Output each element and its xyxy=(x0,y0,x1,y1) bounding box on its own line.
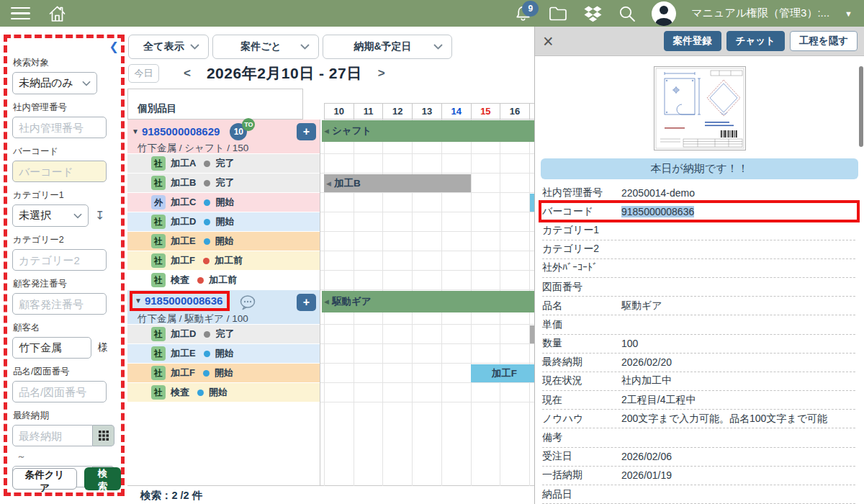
avatar[interactable] xyxy=(652,1,676,26)
gantt-area: ◀シャフト◀加工B◀駆動ギア加工F xyxy=(320,120,534,486)
clear-conditions-button[interactable]: 条件クリア xyxy=(12,468,77,490)
field-row: 受注日2026/02/06 xyxy=(542,448,855,467)
notifications-bell-icon[interactable]: 9 xyxy=(514,4,533,23)
process-row[interactable]: 社加工B完了 xyxy=(127,174,320,193)
process-status: 完了 xyxy=(215,328,234,341)
chat-button[interactable]: チャット xyxy=(726,31,785,51)
filter-date-mode[interactable]: 納期&予定日 xyxy=(323,35,452,59)
menu-icon[interactable] xyxy=(11,7,30,20)
process-name: 検査 xyxy=(171,386,189,399)
gantt-row xyxy=(320,271,534,290)
item-group-header[interactable]: ▼918500000862910TO+竹下金属 / シャフト / 150 xyxy=(127,120,320,154)
field-label: 社内管理番号 xyxy=(542,186,621,199)
item-drawing-no-input[interactable] xyxy=(12,381,107,402)
item-group-id[interactable]: 9185000008629 xyxy=(142,125,220,138)
process-row[interactable]: 社検査加工前 xyxy=(127,271,320,290)
process-row[interactable]: 社加工D完了 xyxy=(127,325,320,344)
today-button[interactable]: 今日 xyxy=(128,64,159,83)
folder-icon[interactable] xyxy=(548,5,568,22)
gantt-bar-加工B[interactable]: ◀加工B xyxy=(324,174,471,192)
process-row[interactable]: 社加工E開始 xyxy=(127,232,320,251)
search-result-count: 検索：2 /2 件 xyxy=(140,489,202,503)
continues-left-icon: ◀ xyxy=(326,180,331,187)
process-name: 加工D xyxy=(171,215,196,228)
search-button[interactable]: 検索 xyxy=(84,467,121,490)
process-tag: 社 xyxy=(151,176,166,190)
category1-select[interactable]: 未選択 xyxy=(12,204,89,227)
process-name: 加工F xyxy=(171,366,195,379)
process-status: 開始 xyxy=(215,215,234,228)
field-row: 図面番号 xyxy=(542,278,855,297)
item-group-header[interactable]: ▼9185000008636+竹下金属 / 駆動ギア / 100 xyxy=(127,290,320,325)
process-row[interactable]: 社加工D開始 xyxy=(127,212,320,232)
category2-input[interactable] xyxy=(12,249,107,271)
field-label: バーコード xyxy=(542,205,621,218)
calendar-icon[interactable] xyxy=(93,425,114,446)
home-icon[interactable] xyxy=(48,4,67,23)
final-due-label: 最終納期 xyxy=(13,410,117,422)
filter-display-mode[interactable]: 全て表示 xyxy=(128,35,209,59)
gantt-bar-label: シャフト xyxy=(332,125,372,138)
due-today-banner: 本日が納期です！！ xyxy=(541,158,858,179)
field-value: 2026/01/19 xyxy=(621,469,672,481)
field-value: 社内加工中 xyxy=(621,374,672,387)
date-range-label: 2026年2月10日 - 27日 xyxy=(207,63,362,84)
process-row[interactable]: 社加工E開始 xyxy=(127,344,320,364)
chevron-down-icon xyxy=(73,213,82,219)
close-icon[interactable]: × xyxy=(543,32,554,50)
process-row[interactable]: 社加工F開始 xyxy=(127,364,320,383)
field-label: 現在状況 xyxy=(542,374,621,387)
gantt-bar-加工F[interactable]: 加工F xyxy=(471,364,534,382)
process-name: 加工C xyxy=(171,196,196,209)
item-group-subtitle: 竹下金属 / シャフト / 150 xyxy=(132,142,315,155)
detail-header: × 案件登録 チャット 工程を隠す xyxy=(535,27,864,56)
process-row[interactable]: 社検査開始 xyxy=(127,383,320,402)
search-target-select[interactable]: 未納品のみ xyxy=(12,72,97,94)
next-period-icon[interactable]: > xyxy=(378,66,385,81)
internal-no-input[interactable] xyxy=(12,117,107,138)
field-label: 備考 xyxy=(542,431,621,444)
customer-name-input[interactable] xyxy=(12,337,91,359)
gantt-bar-label: 加工F xyxy=(492,367,517,380)
highlight-box: ▼9185000008636 xyxy=(130,291,230,311)
chevron-down-icon xyxy=(190,44,199,50)
collapse-group-icon[interactable]: ▼ xyxy=(132,127,139,135)
chevron-down-icon[interactable]: ▼ xyxy=(845,9,852,18)
process-row[interactable]: 外加工C開始 xyxy=(127,193,320,212)
collapse-panel-icon[interactable]: ❮ xyxy=(109,40,119,53)
day-header: 10111213141516 xyxy=(324,103,534,120)
user-menu-label[interactable]: マニュアル権限（管理3）:... xyxy=(691,6,829,20)
process-status: 開始 xyxy=(215,235,234,248)
final-due-from-input[interactable] xyxy=(12,425,93,446)
field-row: 備考 xyxy=(542,428,855,447)
prev-period-icon[interactable]: < xyxy=(184,66,191,81)
gantt-bar-駆動ギア[interactable]: ◀駆動ギア xyxy=(322,291,534,312)
register-project-button[interactable]: 案件登録 xyxy=(664,31,721,51)
barcode-input[interactable] xyxy=(12,161,107,182)
process-row[interactable]: 社加工A完了 xyxy=(127,154,320,174)
add-process-button[interactable]: + xyxy=(297,123,316,140)
field-row: ノウハウ200文字まで入力可能。品名100文字まで可能 xyxy=(542,410,855,428)
chat-bubble-icon[interactable] xyxy=(239,294,256,310)
search-icon[interactable] xyxy=(618,4,636,23)
item-group-id[interactable]: 9185000008636 xyxy=(145,294,222,307)
dropbox-icon[interactable] xyxy=(583,4,603,23)
field-row: バーコード9185000008636 xyxy=(542,202,855,221)
add-process-button[interactable]: + xyxy=(297,294,316,311)
customer-order-no-label: 顧客発注番号 xyxy=(13,278,117,290)
apply-down-icon[interactable]: ↧ xyxy=(95,210,104,222)
collapse-group-icon[interactable]: ▼ xyxy=(135,297,142,305)
process-name: 加工E xyxy=(171,347,196,360)
field-row: 現在状況社内加工中 xyxy=(542,372,855,391)
gantt-bar-シャフト[interactable]: ◀シャフト xyxy=(322,120,534,142)
process-name: 加工E xyxy=(171,235,196,248)
chevron-down-icon xyxy=(300,44,310,50)
drawing-thumbnail[interactable] xyxy=(654,66,746,150)
field-value: 2工程目/4工程中 xyxy=(621,394,696,407)
customer-order-no-input[interactable] xyxy=(12,293,107,315)
scrollbar[interactable] xyxy=(859,66,863,147)
hide-process-button[interactable]: 工程を隠す xyxy=(790,31,858,51)
filter-group-mode[interactable]: 案件ごと xyxy=(212,35,319,59)
process-row[interactable]: 社加工F加工前 xyxy=(127,251,320,271)
field-value: 22050014-demo xyxy=(621,187,695,199)
